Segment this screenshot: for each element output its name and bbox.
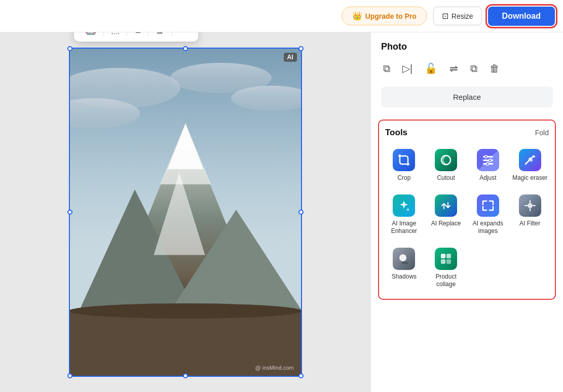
replace-button[interactable]: Replace [381, 87, 553, 107]
crop-label: Crop [397, 174, 410, 182]
duplicate-icon: ⧉ [134, 32, 141, 35]
tool-ai-replace[interactable]: AI Replace [427, 191, 465, 239]
photo-section: Photo ⧉ ▷| 🔓 ⇌ ⧉ 🗑 [371, 32, 563, 114]
tool-magic-eraser[interactable]: Magic eraser [511, 146, 549, 185]
tool-shadows[interactable]: Shadows [385, 245, 423, 292]
shadows-icon [393, 248, 415, 270]
animation-icon-button[interactable]: ▷| [400, 60, 415, 76]
ai-filter-label: AI Filter [519, 220, 540, 228]
select-tool-button[interactable]: ⬚ [105, 32, 126, 38]
canvas-area[interactable]: ➚ 🤖 New ⬚ ⧉ 🗑 [0, 32, 370, 392]
ai-filter-icon [519, 194, 541, 217]
svg-point-12 [69, 303, 302, 319]
tool-product-collage[interactable]: Product collage [427, 245, 465, 292]
photo-action-row: ⧉ ▷| 🔓 ⇌ ⧉ 🗑 [381, 60, 553, 76]
ai-tool-button[interactable]: 🤖 New [79, 32, 102, 38]
duplicate-button[interactable]: ⧉ [128, 32, 147, 38]
delete-icon: 🗑 [490, 63, 500, 74]
toolbar-divider-4 [172, 32, 172, 36]
fold-button[interactable]: Fold [535, 129, 549, 137]
delete-icon-button[interactable]: 🗑 [487, 61, 502, 76]
animation-icon: ▷| [402, 62, 412, 74]
tools-title: Tools [385, 128, 407, 138]
photo-image [69, 48, 302, 377]
tool-ai-filter[interactable]: AI Filter [511, 191, 549, 239]
tool-adjust[interactable]: Adjust [469, 146, 507, 185]
tool-ai-expands-images[interactable]: AI expands images [469, 191, 507, 239]
adjust-label: Adjust [479, 174, 496, 182]
more-options-button[interactable]: ··· [173, 32, 193, 38]
lock-icon-button[interactable]: 🔓 [423, 60, 439, 76]
layers-icon-button[interactable]: ⧉ [381, 61, 392, 76]
svg-point-20 [533, 155, 535, 158]
svg-rect-31 [446, 259, 451, 264]
product-collage-label: Product collage [428, 273, 464, 289]
flip-icon: ⇌ [449, 62, 458, 74]
ai-replace-icon [435, 194, 457, 217]
ai-expands-images-label: AI expands images [470, 220, 506, 236]
magic-eraser-icon [519, 149, 541, 171]
toolbar-divider-3 [148, 32, 148, 36]
ai-image-enhancer-icon [393, 194, 415, 217]
watermark: @ insMind.com [255, 365, 294, 371]
tool-ai-image-enhancer[interactable]: AI Image Enhancer [385, 191, 423, 239]
topbar: 👑 Upgrade to Pro ⊡ Resize Download [0, 0, 563, 32]
svg-point-17 [484, 155, 487, 158]
tools-header: Tools Fold [385, 128, 549, 138]
upgrade-to-pro-button[interactable]: 👑 Upgrade to Pro [342, 7, 427, 25]
select-icon: ⬚ [111, 32, 120, 35]
flip-icon-button[interactable]: ⇌ [447, 60, 460, 76]
magic-eraser-label: Magic eraser [512, 174, 547, 182]
tools-section: Tools Fold CropCutoutAdjustMagic eraserA… [378, 120, 556, 300]
ai-image-enhancer-label: AI Image Enhancer [386, 220, 422, 236]
crown-icon: 👑 [352, 11, 362, 21]
image-container[interactable]: 🤖 New ⬚ ⧉ 🗑 ··· [69, 48, 302, 377]
tools-grid: CropCutoutAdjustMagic eraserAI Image Enh… [385, 146, 549, 292]
svg-rect-29 [446, 254, 451, 258]
delete-button[interactable]: 🗑 [149, 32, 171, 38]
resize-label: Resize [452, 12, 473, 20]
layers-icon: ⧉ [383, 63, 390, 74]
cutout-label: Cutout [437, 174, 455, 182]
tool-cutout[interactable]: Cutout [427, 146, 465, 185]
svg-point-26 [399, 254, 406, 261]
product-collage-icon [435, 248, 457, 270]
svg-point-18 [489, 159, 491, 162]
more-icon: ··· [179, 32, 187, 35]
sidebar: Photo ⧉ ▷| 🔓 ⇌ ⧉ 🗑 [370, 32, 563, 392]
ai-badge: AI [284, 53, 297, 62]
copy-icon: ⧉ [470, 63, 477, 74]
upgrade-label: Upgrade to Pro [365, 12, 417, 20]
svg-rect-28 [441, 254, 445, 258]
adjust-icon [477, 149, 499, 171]
photo-title: Photo [381, 42, 553, 52]
download-button[interactable]: Download [488, 7, 555, 26]
ai-icon: 🤖 [85, 32, 96, 35]
crop-icon [393, 149, 415, 171]
ai-expands-images-icon [477, 194, 499, 217]
lock-icon: 🔓 [425, 62, 437, 74]
shadows-label: Shadows [392, 273, 417, 281]
tool-crop[interactable]: Crop [385, 146, 423, 185]
trash-icon: 🗑 [156, 32, 165, 35]
svg-point-21 [528, 203, 533, 208]
main-area: ➚ 🤖 New ⬚ ⧉ 🗑 [0, 32, 563, 392]
toolbar-divider-1 [103, 32, 104, 36]
svg-point-27 [401, 261, 408, 264]
toolbar-divider-2 [127, 32, 127, 36]
copy-icon-button[interactable]: ⧉ [468, 61, 479, 76]
resize-icon: ⊡ [442, 11, 448, 21]
resize-button[interactable]: ⊡ Resize [433, 7, 482, 25]
cutout-icon [435, 149, 457, 171]
ai-replace-label: AI Replace [431, 220, 461, 228]
svg-point-19 [486, 163, 489, 165]
svg-rect-30 [441, 259, 445, 264]
floating-toolbar: 🤖 New ⬚ ⧉ 🗑 ··· [74, 32, 198, 42]
